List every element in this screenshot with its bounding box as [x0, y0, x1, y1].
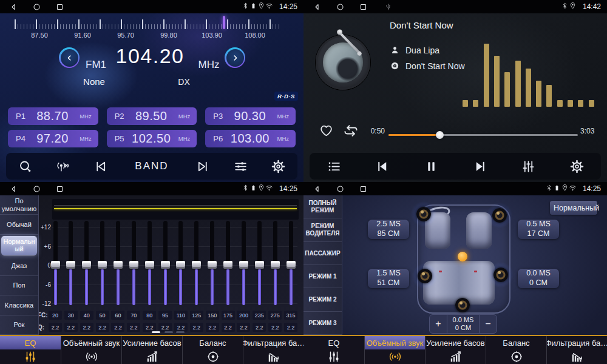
seek-down-button[interactable] — [59, 47, 80, 68]
tab-surround[interactable]: Объёмный звук — [364, 336, 425, 364]
mixer-vertical-button[interactable] — [521, 159, 536, 174]
next-outline-button[interactable] — [195, 159, 210, 174]
preset-p2[interactable]: P289.50MHz — [107, 107, 197, 125]
home-icon[interactable] — [336, 2, 345, 12]
recents-icon[interactable] — [359, 184, 368, 194]
delay-rear-right-button[interactable]: 0.0 MS 0 CM — [518, 269, 559, 288]
home-icon[interactable] — [336, 184, 345, 194]
tuner-scale[interactable]: 87.5091.6095.7099.80103.90108.00 — [0, 16, 304, 41]
prev-filled-button[interactable] — [375, 159, 390, 174]
listening-mode-5[interactable]: РЕЖИМ 2 — [304, 288, 342, 311]
tab-bass-boost[interactable]: Усиление басов — [425, 336, 486, 364]
eq-preset-5[interactable]: Поп — [0, 276, 38, 295]
tab-eq-sliders[interactable]: EQ — [304, 336, 364, 364]
slider-thumb[interactable] — [98, 261, 107, 269]
delay-front-left-button[interactable]: 2.5 MS 85 CM — [368, 220, 409, 239]
listening-position-dot[interactable] — [458, 252, 467, 261]
slider-thumb[interactable] — [223, 261, 232, 269]
eq-band-slider[interactable] — [173, 220, 189, 311]
home-icon[interactable] — [32, 184, 41, 194]
recents-icon[interactable] — [359, 2, 368, 12]
preset-p3[interactable]: P390.30MHz — [205, 107, 296, 125]
eq-band-slider[interactable] — [126, 220, 141, 311]
tab-filter[interactable]: Фильтрация ба… — [546, 336, 607, 364]
slider-thumb[interactable] — [255, 261, 264, 269]
slider-thumb[interactable] — [287, 261, 296, 269]
slider-thumb[interactable] — [66, 261, 75, 269]
eq-band-slider[interactable] — [157, 220, 173, 311]
eq-preset-7[interactable]: Рок — [0, 315, 38, 335]
eq-band-slider[interactable] — [251, 220, 267, 311]
back-icon[interactable] — [9, 2, 18, 12]
broadcast-button[interactable] — [55, 159, 70, 174]
eq-band-slider[interactable] — [205, 220, 220, 311]
prev-outline-button[interactable] — [93, 159, 109, 174]
slider-thumb[interactable] — [271, 261, 280, 269]
delay-front-right-button[interactable]: 0.5 MS 17 CM — [518, 220, 559, 239]
slider-thumb[interactable] — [208, 261, 217, 269]
listening-mode-4[interactable]: РЕЖИМ 1 — [304, 265, 342, 288]
preset-p6[interactable]: P6103.00MHz — [205, 130, 296, 147]
eq-band-slider[interactable] — [283, 220, 299, 311]
slider-thumb[interactable] — [82, 261, 91, 269]
eq-band-slider[interactable] — [95, 220, 110, 311]
eq-band-slider[interactable] — [267, 220, 283, 311]
eq-band-slider[interactable] — [79, 220, 95, 311]
page-indicator[interactable] — [164, 331, 173, 333]
back-icon[interactable] — [313, 184, 322, 194]
preset-p4[interactable]: P497.20MHz — [8, 130, 98, 147]
eq-band-slider[interactable] — [189, 220, 205, 311]
gear-button[interactable] — [271, 159, 286, 174]
eq-preset-6[interactable]: Классика — [0, 295, 38, 315]
next-filled-button[interactable] — [472, 159, 487, 174]
eq-band-slider[interactable] — [47, 220, 63, 311]
eq-band-slider[interactable] — [141, 220, 157, 311]
slider-thumb[interactable] — [161, 261, 170, 269]
slider-thumb[interactable] — [176, 261, 185, 269]
gear-button[interactable] — [569, 159, 585, 174]
slider-thumb[interactable] — [145, 261, 154, 269]
band-button[interactable]: BAND — [131, 160, 172, 173]
sound-profile-button[interactable]: Нормальный — [550, 201, 597, 215]
home-icon[interactable] — [32, 2, 41, 12]
eq-band-slider[interactable] — [63, 220, 79, 311]
eq-band-slider[interactable] — [236, 220, 251, 311]
preset-p1[interactable]: P188.70MHz — [8, 107, 98, 125]
delay-rear-left-button[interactable]: 1.5 MS 51 CM — [368, 269, 409, 288]
tab-filter[interactable]: Фильтрация ба… — [243, 336, 304, 364]
recents-icon[interactable] — [55, 184, 64, 194]
eq-preset-4[interactable]: Джаз — [0, 257, 38, 276]
tab-bass-boost[interactable]: Усиление басов — [121, 336, 182, 364]
eq-preset-1[interactable]: По умолчанию — [0, 195, 38, 215]
eq-band-slider[interactable] — [220, 220, 236, 311]
listening-mode-6[interactable]: РЕЖИМ 3 — [304, 312, 342, 335]
mixer-horizontal-button[interactable] — [233, 159, 248, 174]
recents-icon[interactable] — [55, 2, 64, 12]
usb-icon[interactable] — [384, 3, 392, 11]
slider-thumb[interactable] — [239, 261, 248, 269]
playlist-button[interactable] — [327, 159, 342, 174]
back-icon[interactable] — [9, 184, 18, 194]
tab-eq-sliders[interactable]: EQ — [0, 336, 61, 364]
page-indicator[interactable] — [176, 331, 185, 333]
slider-thumb[interactable] — [192, 261, 201, 269]
tab-balance[interactable]: Баланс — [486, 336, 546, 364]
repeat-button[interactable] — [342, 123, 360, 141]
favorite-button[interactable] — [318, 123, 334, 140]
tab-surround[interactable]: Объёмный звук — [61, 336, 121, 364]
slider-thumb[interactable] — [114, 261, 123, 269]
eq-preset-3[interactable]: Нормальный — [1, 236, 37, 255]
progress-knob[interactable] — [436, 131, 444, 139]
eq-band-slider[interactable] — [110, 220, 126, 311]
pause-button[interactable] — [424, 159, 439, 174]
listening-mode-1[interactable]: ПОЛНЫЙ РЕЖИМ — [304, 195, 342, 218]
listening-mode-2[interactable]: РЕЖИМ ВОДИТЕЛЯ — [304, 218, 342, 241]
delay-increase-button[interactable]: + — [430, 315, 447, 333]
listening-mode-3[interactable]: ПАССАЖИР — [304, 242, 342, 265]
slider-thumb[interactable] — [129, 261, 138, 269]
search-button[interactable] — [18, 159, 33, 174]
eq-preset-2[interactable]: Обычай — [0, 215, 38, 234]
tab-balance[interactable]: Баланс — [182, 336, 243, 364]
delay-decrease-button[interactable]: − — [480, 315, 497, 333]
seek-up-button[interactable] — [225, 47, 245, 68]
